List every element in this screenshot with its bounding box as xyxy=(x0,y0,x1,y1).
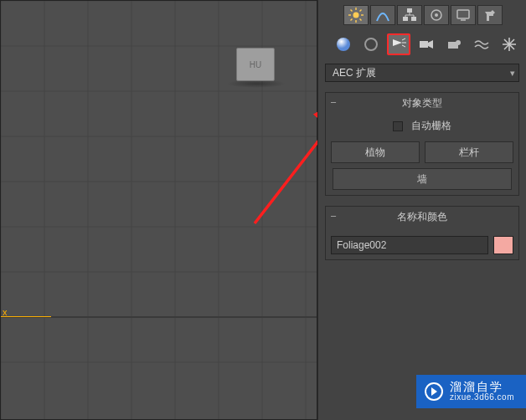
helpers-sub[interactable] xyxy=(442,33,466,55)
svg-point-19 xyxy=(353,13,359,18)
motion-icon xyxy=(429,8,444,23)
railing-button[interactable]: 栏杆 xyxy=(425,141,513,163)
category-tab-row xyxy=(318,28,526,64)
object-type-title: 对象类型 xyxy=(326,93,518,117)
svg-rect-30 xyxy=(411,17,416,21)
viewport[interactable]: HU x xyxy=(0,0,317,420)
svg-line-27 xyxy=(351,19,353,21)
hierarchy-icon xyxy=(402,8,417,23)
svg-rect-40 xyxy=(420,41,428,48)
svg-rect-29 xyxy=(403,17,408,21)
sphere-icon xyxy=(335,36,352,53)
auto-grid-label: 自动栅格 xyxy=(411,119,451,133)
shapes-icon xyxy=(363,36,379,53)
svg-marker-41 xyxy=(428,40,433,49)
sun-icon xyxy=(348,8,364,23)
display-icon xyxy=(456,8,471,23)
systems-sub[interactable] xyxy=(498,33,521,55)
shapes-sub[interactable] xyxy=(359,33,383,55)
object-name-input[interactable] xyxy=(331,236,488,254)
wave-icon xyxy=(473,36,490,53)
watermark-cn: 溜溜自学 xyxy=(450,381,514,393)
hammer-icon xyxy=(482,8,498,23)
geometry-sub[interactable] xyxy=(332,33,355,55)
spacewarp-sub[interactable] xyxy=(470,33,493,55)
name-color-rollout: – 名称和颜色 xyxy=(325,206,519,260)
name-color-title: 名称和颜色 xyxy=(326,207,518,231)
svg-point-43 xyxy=(456,40,461,45)
object-type-rollout: – 对象类型 自动栅格 植物 栏杆 墙 xyxy=(325,92,519,196)
svg-line-24 xyxy=(351,10,353,12)
watermark-url: zixue.3d66.com xyxy=(450,393,514,402)
hierarchy-tab[interactable] xyxy=(397,5,422,25)
svg-line-25 xyxy=(360,19,362,21)
foliage-button[interactable]: 植物 xyxy=(331,141,420,163)
dropdown-value: AEC 扩展 xyxy=(333,66,376,80)
svg-line-26 xyxy=(360,10,362,12)
main-tab-row xyxy=(318,2,526,28)
motion-tab[interactable] xyxy=(424,5,449,25)
color-swatch[interactable] xyxy=(493,236,513,254)
category-dropdown[interactable]: AEC 扩展 ▾ xyxy=(325,64,519,82)
camera-icon xyxy=(418,36,435,53)
create-tab[interactable] xyxy=(343,5,369,25)
svg-line-37 xyxy=(402,38,405,40)
svg-point-35 xyxy=(337,38,350,51)
rollout-toggle[interactable]: – xyxy=(331,210,336,220)
svg-line-39 xyxy=(402,45,405,47)
auto-grid-checkbox[interactable] xyxy=(393,121,403,131)
helper-icon xyxy=(446,36,462,53)
svg-point-36 xyxy=(365,38,377,50)
watermark: 溜溜自学 zixue.3d66.com xyxy=(416,375,526,408)
command-panel: AEC 扩展 ▾ – 对象类型 自动栅格 植物 栏杆 墙 – 名称和颜色 xyxy=(317,0,526,420)
cameras-sub[interactable] xyxy=(415,33,438,55)
chevron-down-icon: ▾ xyxy=(510,68,515,79)
lights-sub[interactable] xyxy=(387,33,410,55)
svg-rect-33 xyxy=(457,10,469,18)
modify-icon xyxy=(375,8,390,23)
star-icon xyxy=(501,36,518,53)
lights-icon xyxy=(390,36,407,53)
display-tab[interactable] xyxy=(451,5,476,25)
axis-x-line xyxy=(1,316,51,317)
svg-rect-28 xyxy=(407,8,412,13)
rollout-toggle[interactable]: – xyxy=(331,96,336,106)
svg-point-32 xyxy=(435,13,438,17)
wall-button[interactable]: 墙 xyxy=(333,168,512,190)
play-icon xyxy=(425,382,443,401)
modify-tab[interactable] xyxy=(370,5,395,25)
viewcube[interactable]: HU xyxy=(236,48,275,81)
utilities-tab[interactable] xyxy=(477,5,503,25)
